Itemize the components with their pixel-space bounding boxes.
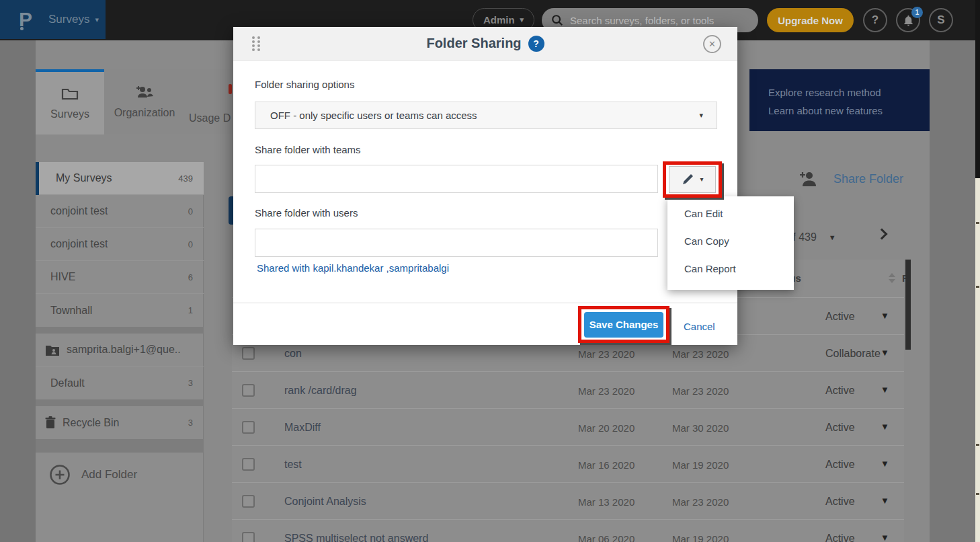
- row-checkbox[interactable]: [242, 495, 255, 508]
- sharing-options-label: Folder sharing options: [255, 79, 354, 90]
- row-checkbox[interactable]: [242, 384, 255, 397]
- modified-date: Mar 23 2020: [672, 496, 729, 508]
- shared-with-text: Shared with kapil.khandekar ,sampritabal…: [257, 262, 449, 274]
- sidebar-item-default[interactable]: Default 3: [36, 366, 204, 399]
- upgrade-now-button[interactable]: Upgrade Now: [767, 8, 854, 32]
- folder-sidebar: My Surveys 439 conjoint test 0 conjoint …: [36, 162, 204, 542]
- menu-item-can-copy[interactable]: Can Copy: [667, 227, 794, 255]
- folder-label: conjoint test: [50, 238, 108, 250]
- row-checkbox[interactable]: [242, 347, 255, 360]
- table-row[interactable]: Conjoint Analysis Mar 13 2020 Mar 23 202…: [232, 483, 904, 520]
- row-checkbox[interactable]: [242, 532, 255, 542]
- sidebar-divider: [36, 327, 204, 334]
- table-row[interactable]: SPSS multiselect not answerd Mar 06 2020…: [232, 520, 904, 542]
- annotation-box-permissions: ▾: [663, 161, 722, 198]
- sidebar-divider: [36, 399, 204, 406]
- usage-tab-icon: [229, 84, 232, 94]
- annotation-box-save: Save Changes: [578, 306, 669, 343]
- app-window: P Surveys ▾ Admin ▾ Upgrade Now ? 1: [0, 0, 980, 542]
- modified-date: Mar 23 2020: [672, 348, 729, 360]
- tab-usage-dashboard[interactable]: Usage D: [185, 69, 233, 134]
- sort-icon[interactable]: [889, 273, 895, 283]
- questionpro-logo-icon: P: [19, 9, 32, 30]
- status-dropdown-icon[interactable]: ▼: [881, 422, 889, 432]
- folder-count: 0: [188, 239, 193, 249]
- share-folder-link[interactable]: Share Folder: [799, 171, 903, 187]
- survey-name[interactable]: rank /card/drag: [284, 385, 357, 397]
- page-scrollbar[interactable]: [975, 0, 980, 542]
- created-date: Mar 06 2020: [578, 533, 635, 542]
- row-checkbox[interactable]: [242, 421, 255, 434]
- tab-usage-label: Usage D: [189, 112, 231, 124]
- survey-name[interactable]: MaxDiff: [284, 422, 321, 434]
- tab-organization[interactable]: Organization: [104, 69, 185, 134]
- table-scrollbar[interactable]: [905, 260, 911, 542]
- sidebar-item-recycle-bin[interactable]: Recycle Bin 3: [36, 406, 204, 439]
- status-value: Active: [825, 459, 855, 471]
- organization-people-icon: [134, 85, 155, 99]
- status-dropdown-icon[interactable]: ▼: [881, 533, 889, 542]
- brand-logo-box: P Surveys ▾: [0, 0, 106, 39]
- survey-name[interactable]: SPSS multiselect not answerd: [284, 533, 428, 542]
- status-value: Active: [825, 311, 855, 323]
- team-permissions-button[interactable]: ▾: [669, 166, 716, 193]
- add-folder-button[interactable]: Add Folder: [36, 453, 204, 497]
- save-changes-button[interactable]: Save Changes: [584, 312, 663, 338]
- table-row[interactable]: test Mar 16 2020 Mar 19 2020 Active ▼: [232, 446, 904, 483]
- status-value: Collaborate: [825, 348, 881, 360]
- folder-count: 6: [188, 272, 193, 282]
- sidebar-item-townhall[interactable]: Townhall 1: [36, 294, 204, 327]
- avatar[interactable]: S: [929, 8, 953, 32]
- chevron-down-icon: ▾: [95, 16, 99, 24]
- help-button[interactable]: ?: [863, 8, 887, 32]
- status-dropdown-icon[interactable]: ▼: [881, 311, 889, 321]
- folder-label: Default: [50, 377, 85, 389]
- search-input[interactable]: [570, 15, 745, 26]
- sidebar-item-conjoint-test-1[interactable]: conjoint test 0: [36, 195, 204, 228]
- page-size-caret-icon[interactable]: ▼: [829, 233, 836, 241]
- sidebar-item-my-surveys[interactable]: My Surveys 439: [36, 162, 204, 195]
- drag-handle-icon[interactable]: [252, 36, 261, 52]
- banner-link-research[interactable]: Explore research method: [768, 87, 930, 98]
- folder-count: 439: [178, 173, 193, 184]
- status-dropdown-icon[interactable]: ▼: [881, 348, 889, 358]
- folder-count: 1: [188, 305, 193, 315]
- nav-surveys-menu[interactable]: Surveys ▾: [48, 13, 99, 26]
- notifications-button[interactable]: 1: [896, 8, 920, 32]
- sidebar-item-shared-account[interactable]: samprita.balgi+1@que...: [36, 334, 204, 366]
- share-teams-input[interactable]: [255, 165, 658, 193]
- share-users-label: Share folder with users: [255, 207, 358, 219]
- avatar-initial: S: [937, 13, 944, 27]
- menu-item-can-report[interactable]: Can Report: [667, 255, 794, 282]
- sidebar-item-conjoint-test-2[interactable]: conjoint test 0: [36, 228, 204, 261]
- row-checkbox[interactable]: [242, 458, 255, 471]
- survey-name[interactable]: con: [284, 348, 302, 360]
- survey-name[interactable]: test: [284, 459, 302, 471]
- search-icon: [551, 14, 563, 26]
- status-dropdown-icon[interactable]: ▼: [881, 496, 889, 506]
- share-users-input[interactable]: [255, 229, 658, 257]
- folder-label: HIVE: [50, 271, 75, 283]
- tab-organization-label: Organization: [114, 107, 175, 119]
- status-dropdown-icon[interactable]: ▼: [881, 385, 889, 395]
- folder-label: My Surveys: [56, 172, 112, 184]
- nav-surveys-label: Surveys: [48, 13, 89, 26]
- created-date: Mar 13 2020: [578, 496, 635, 508]
- sharing-options-select[interactable]: OFF - only specific users or teams can a…: [255, 102, 717, 129]
- banner-link-features[interactable]: Learn about new features: [768, 105, 930, 116]
- survey-name[interactable]: Conjoint Analysis: [284, 496, 366, 508]
- table-row[interactable]: MaxDiff Mar 20 2020 Mar 30 2020 Active ▼: [232, 409, 904, 446]
- sharing-options-value: OFF - only specific users or teams can a…: [270, 110, 477, 121]
- menu-item-can-edit[interactable]: Can Edit: [667, 200, 794, 227]
- folder-count: 3: [188, 378, 193, 388]
- cancel-button[interactable]: Cancel: [684, 321, 715, 332]
- close-icon[interactable]: ✕: [703, 35, 721, 53]
- folder-label: samprita.balgi+1@que...: [67, 344, 181, 356]
- status-dropdown-icon[interactable]: ▼: [881, 459, 889, 469]
- folder-label: Recycle Bin: [63, 417, 119, 429]
- table-row[interactable]: rank /card/drag Mar 23 2020 Mar 23 2020 …: [232, 372, 904, 409]
- sidebar-item-hive[interactable]: HIVE 6: [36, 261, 204, 294]
- tab-surveys[interactable]: Surveys: [36, 69, 104, 134]
- status-value: Active: [825, 496, 855, 508]
- dialog-help-icon[interactable]: ?: [528, 36, 544, 52]
